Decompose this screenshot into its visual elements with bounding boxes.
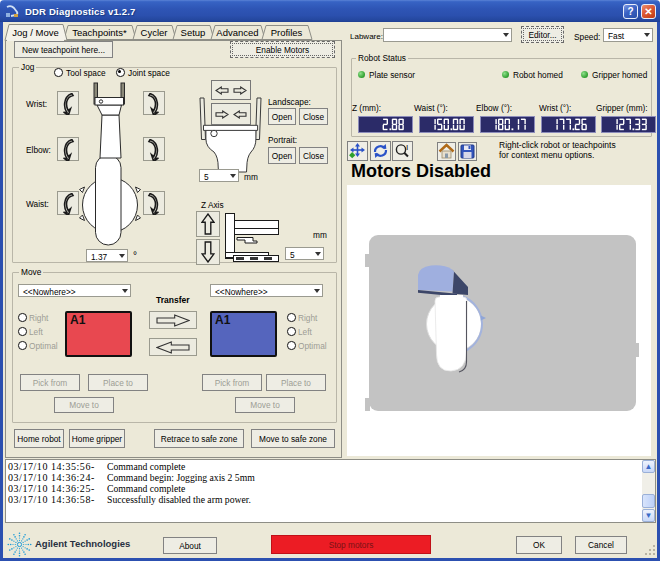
svg-text:Advanced: Advanced <box>216 27 258 38</box>
svg-text:Setup: Setup <box>181 27 206 38</box>
svg-text:Profiles: Profiles <box>271 27 303 38</box>
svg-text:Cycler: Cycler <box>141 27 168 38</box>
svg-text:I: I <box>406 143 408 152</box>
svg-text:Teachpoints*: Teachpoints* <box>72 27 127 38</box>
svg-text:Jog / Move: Jog / Move <box>12 27 58 38</box>
